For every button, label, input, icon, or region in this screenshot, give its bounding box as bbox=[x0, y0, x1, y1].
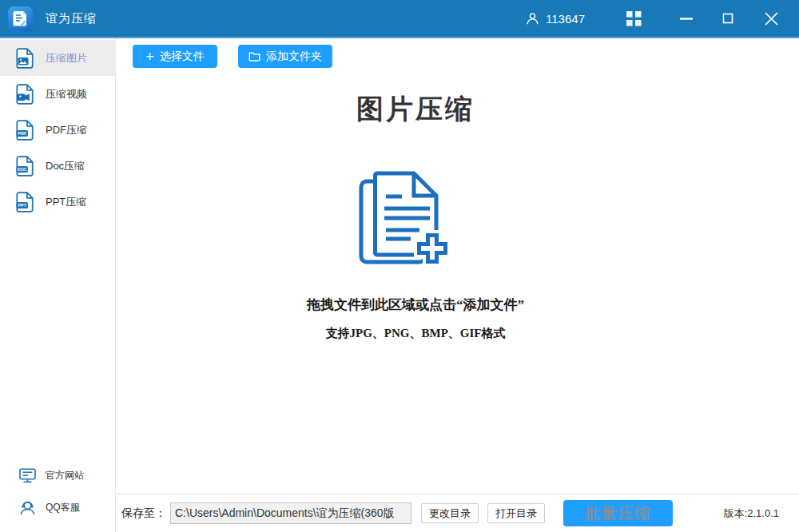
ppt-file-icon: PPT bbox=[15, 192, 34, 212]
sidebar-item-label: 压缩视频 bbox=[46, 87, 87, 101]
drag-hint-text: 拖拽文件到此区域或点击“添加文件” bbox=[307, 296, 524, 314]
sidebar-item-label: PPT压缩 bbox=[46, 195, 86, 209]
maximize-button[interactable] bbox=[718, 7, 737, 30]
app-title: 谊为压缩 bbox=[46, 11, 97, 26]
svg-text:PPT: PPT bbox=[18, 203, 27, 208]
titlebar-controls: 113647 bbox=[526, 7, 799, 30]
batch-compress-button[interactable]: 批量压缩 bbox=[563, 500, 673, 526]
app-logo-icon bbox=[8, 6, 33, 31]
minimize-icon bbox=[678, 10, 694, 26]
sidebar-item-doc-compress[interactable]: DOC Doc压缩 bbox=[0, 148, 115, 184]
sidebar-item-compress-video[interactable]: 压缩视频 bbox=[0, 76, 115, 112]
sidebar-spacer bbox=[0, 220, 115, 462]
headset-person-icon bbox=[19, 499, 36, 515]
sidebar-item-compress-image[interactable]: 压缩图片 bbox=[0, 40, 115, 76]
document-add-icon bbox=[344, 158, 487, 276]
sidebar-item-label: PDF压缩 bbox=[46, 123, 87, 137]
close-icon bbox=[763, 10, 780, 27]
save-to-label: 保存至： bbox=[121, 506, 166, 521]
sidebar-footer-label: QQ客服 bbox=[46, 501, 80, 514]
plus-icon: + bbox=[145, 50, 154, 64]
bottom-bar: 保存至： 更改目录 打开目录 批量压缩 版本:2.1.0.1 bbox=[116, 494, 799, 532]
titlebar: 谊为压缩 113647 bbox=[0, 0, 799, 38]
maximize-icon bbox=[721, 12, 734, 25]
sidebar-footer-label: 官方网站 bbox=[46, 469, 84, 482]
drop-area[interactable]: 图片压缩 拖拽文件到此区域或点击“添加文件” 支持JPG、PNG、BMP、GIF… bbox=[116, 68, 799, 494]
folder-icon bbox=[248, 51, 260, 62]
add-folder-button[interactable]: 添加文件夹 bbox=[238, 45, 332, 68]
close-button[interactable] bbox=[761, 7, 781, 30]
sidebar-item-label: Doc压缩 bbox=[46, 159, 85, 173]
toolbar: + 选择文件 添加文件夹 bbox=[116, 38, 799, 68]
pdf-file-icon: PDF bbox=[15, 120, 34, 141]
monitor-icon bbox=[19, 468, 36, 483]
person-icon bbox=[526, 12, 539, 26]
sidebar-item-official-site[interactable]: 官方网站 bbox=[0, 462, 115, 489]
sidebar-item-label: 压缩图片 bbox=[46, 51, 87, 66]
open-directory-button[interactable]: 打开目录 bbox=[487, 503, 545, 523]
app-window: 谊为压缩 113647 bbox=[0, 0, 799, 532]
video-file-icon bbox=[15, 84, 34, 105]
sidebar: 压缩图片 压缩视频 PDF PDF压缩 bbox=[0, 38, 116, 532]
image-file-icon bbox=[15, 48, 34, 69]
svg-text:DOC: DOC bbox=[18, 167, 27, 172]
svg-text:PDF: PDF bbox=[18, 131, 27, 136]
sidebar-item-pdf-compress[interactable]: PDF PDF压缩 bbox=[0, 112, 115, 148]
user-count-value: 113647 bbox=[546, 12, 585, 26]
minimize-button[interactable] bbox=[677, 7, 696, 30]
add-folder-label: 添加文件夹 bbox=[266, 50, 322, 64]
change-directory-button[interactable]: 更改目录 bbox=[421, 503, 479, 523]
formats-hint-text: 支持JPG、PNG、BMP、GIF格式 bbox=[326, 326, 506, 341]
sidebar-item-ppt-compress[interactable]: PPT PPT压缩 bbox=[0, 184, 115, 220]
page-title: 图片压缩 bbox=[356, 91, 475, 128]
save-path-input[interactable] bbox=[170, 502, 411, 524]
user-count[interactable]: 113647 bbox=[526, 12, 585, 26]
apps-grid-icon[interactable] bbox=[626, 11, 642, 26]
select-files-label: 选择文件 bbox=[160, 50, 205, 64]
doc-file-icon: DOC bbox=[15, 156, 34, 177]
sidebar-item-qq-support[interactable]: QQ客服 bbox=[0, 494, 115, 521]
main-panel: + 选择文件 添加文件夹 图片压缩 bbox=[116, 38, 799, 532]
version-text: 版本:2.1.0.1 bbox=[724, 506, 779, 521]
select-files-button[interactable]: + 选择文件 bbox=[133, 45, 217, 68]
body: 压缩图片 压缩视频 PDF PDF压缩 bbox=[0, 38, 799, 532]
